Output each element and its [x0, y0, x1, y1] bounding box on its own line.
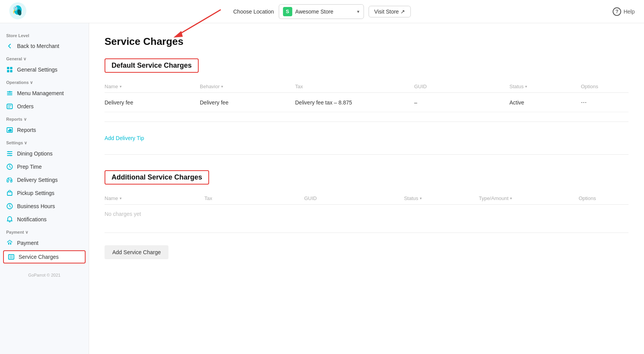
menu-management-label: Menu Management	[17, 90, 64, 96]
col-behavior: Behavior ▾	[200, 84, 295, 89]
default-table-header: Name ▾ Behavior ▾ Tax GUID Status ▾	[105, 80, 629, 93]
reports-section-label: Reports ∨	[0, 113, 89, 123]
back-label: Back to Merchant	[17, 43, 59, 49]
location-name: Awesome Store	[295, 9, 354, 15]
layout: Store Level Back to Merchant General ∨ G…	[0, 23, 644, 354]
svg-point-16	[10, 155, 12, 156]
visit-store-button[interactable]: Visit Store ↗	[368, 6, 410, 17]
dining-options-icon	[6, 150, 13, 157]
payment-section-label: Payment ∨	[0, 226, 89, 236]
table-row: Delivery fee Delivery fee Delivery fee t…	[105, 93, 629, 112]
sidebar-item-reports[interactable]: Reports	[0, 123, 89, 137]
header-center: Choose Location S Awesome Store ▾ Visit …	[233, 4, 411, 19]
sidebar-item-service-charges[interactable]: Service Charges	[3, 250, 86, 263]
add-col-status: Status ▾	[404, 195, 479, 201]
col-name: Name ▾	[105, 84, 200, 89]
general-settings-icon	[6, 66, 13, 73]
add-delivery-tip-link[interactable]: Add Delivery Tip	[105, 131, 144, 145]
general-settings-label: General Settings	[17, 67, 57, 73]
divider-3	[105, 233, 629, 233]
notifications-icon	[6, 216, 13, 223]
back-icon	[6, 43, 13, 50]
sidebar-item-delivery-settings[interactable]: Delivery Settings	[0, 173, 89, 186]
additional-section-title: Additional Service Charges	[112, 173, 202, 181]
pickup-settings-label: Pickup Settings	[17, 190, 55, 196]
svg-rect-20	[7, 192, 12, 195]
add-col-guid: GUID	[304, 195, 404, 201]
add-service-charge-button[interactable]: Add Service Charge	[105, 245, 168, 259]
sidebar-item-orders[interactable]: Orders	[0, 100, 89, 113]
svg-rect-11	[10, 70, 12, 72]
header: Choose Location S Awesome Store ▾ Visit …	[0, 0, 644, 23]
svg-rect-24	[7, 242, 12, 243]
svg-rect-25	[9, 255, 14, 259]
business-hours-icon	[6, 203, 13, 210]
row-name: Delivery fee	[105, 99, 200, 106]
svg-rect-8	[7, 67, 9, 69]
additional-table-header: Name ▾ Tax GUID Status ▾ Type/Amount ▾	[105, 192, 629, 205]
svg-rect-12	[7, 104, 12, 109]
svg-rect-10	[7, 70, 9, 72]
sidebar-item-business-hours[interactable]: Business Hours	[0, 200, 89, 213]
row-options-dots[interactable]: ···	[581, 98, 629, 106]
additional-section-header-box: Additional Service Charges	[105, 170, 209, 185]
store-level-label: Store Level	[0, 29, 89, 39]
col-guid: GUID	[414, 84, 510, 89]
payment-label: Payment	[17, 240, 38, 246]
add-col-type-amount: Type/Amount ▾	[479, 195, 579, 201]
svg-point-6	[15, 7, 16, 8]
sidebar-item-payment[interactable]: Payment	[0, 236, 89, 250]
orders-label: Orders	[17, 103, 34, 109]
main-content: Service Charges Default Service Charges …	[89, 23, 644, 354]
default-section-title: Default Service Charges	[112, 62, 192, 70]
default-section-header-box: Default Service Charges	[105, 58, 199, 73]
no-charges-row: No charges yet	[105, 205, 629, 223]
notifications-label: Notifications	[17, 216, 46, 222]
col-options: Options	[581, 84, 629, 89]
choose-location-label: Choose Location	[233, 9, 274, 15]
add-status-sort-icon: ▾	[420, 196, 422, 200]
row-tax: Delivery fee tax – 8.875	[295, 99, 414, 106]
sidebar-item-general-settings[interactable]: General Settings	[0, 63, 89, 76]
sidebar-item-notifications[interactable]: Notifications	[0, 213, 89, 226]
sidebar-footer: GoParrot © 2021	[0, 267, 89, 284]
delivery-settings-icon	[6, 176, 13, 183]
additional-charges-table: Name ▾ Tax GUID Status ▾ Type/Amount ▾	[105, 192, 629, 223]
name-sort-icon: ▾	[120, 84, 122, 89]
business-hours-label: Business Hours	[17, 203, 55, 209]
divider-1	[105, 121, 629, 122]
svg-point-15	[9, 153, 10, 154]
pickup-settings-icon	[6, 190, 13, 197]
status-sort-icon: ▾	[525, 84, 527, 89]
dining-options-label: Dining Options	[17, 150, 53, 157]
sidebar-item-menu-management[interactable]: Menu Management	[0, 87, 89, 100]
svg-rect-9	[10, 67, 12, 69]
svg-rect-22	[8, 243, 9, 245]
page-title: Service Charges	[105, 36, 629, 48]
location-selector[interactable]: S Awesome Store ▾	[278, 4, 364, 19]
sidebar-item-dining-options[interactable]: Dining Options	[0, 147, 89, 160]
col-status: Status ▾	[510, 84, 581, 89]
service-charges-icon	[8, 253, 15, 260]
sidebar-item-back[interactable]: Back to Merchant	[0, 39, 89, 53]
prep-time-icon	[6, 163, 13, 170]
location-icon: S	[283, 7, 292, 16]
add-col-name: Name ▾	[105, 195, 204, 201]
row-behavior: Delivery fee	[200, 99, 295, 106]
prep-time-label: Prep Time	[17, 164, 42, 170]
orders-icon	[6, 103, 13, 110]
default-charges-table: Name ▾ Behavior ▾ Tax GUID Status ▾	[105, 80, 629, 112]
sidebar-item-prep-time[interactable]: Prep Time	[0, 160, 89, 173]
operations-section-label: Operations ∨	[0, 76, 89, 87]
behavior-sort-icon: ▾	[221, 84, 223, 89]
row-status: Active	[510, 99, 581, 106]
logo	[9, 2, 26, 21]
add-col-options: Options	[579, 195, 629, 201]
settings-section-label: Settings ∨	[0, 137, 89, 147]
divider-2	[105, 154, 629, 155]
add-col-tax: Tax	[204, 195, 304, 201]
sidebar-item-pickup-settings[interactable]: Pickup Settings	[0, 186, 89, 200]
svg-point-14	[8, 151, 9, 152]
chevron-down-icon: ▾	[357, 9, 359, 14]
menu-management-icon	[6, 90, 13, 97]
